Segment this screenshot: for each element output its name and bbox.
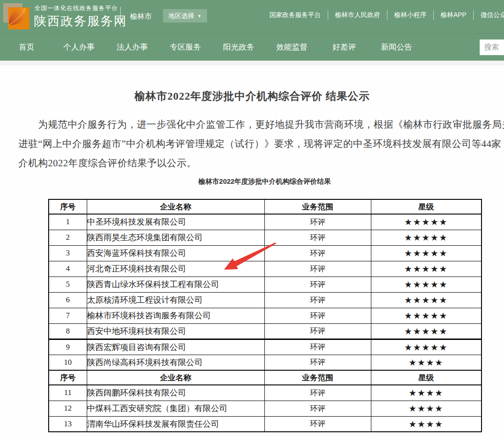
cell-stars: ★★★★★ xyxy=(371,292,482,308)
top-link[interactable]: 榆林小程序 xyxy=(387,10,434,20)
cell-scope: 环评 xyxy=(264,385,371,401)
cell-no: 2 xyxy=(49,230,87,245)
table-row: 3西安海蓝环保科技有限公司环评★★★★★ xyxy=(49,245,482,261)
paragraph-line: 介机构2022年度综合评价结果予以公示。 xyxy=(18,153,504,173)
paragraph-line: 进驻“网上中介服务超市”中介机构考评管理规定（试行）》要求，现将评定的中圣环境科… xyxy=(18,134,504,153)
cell-scope: 环评 xyxy=(264,308,371,323)
column-header: 业务范围 xyxy=(264,199,371,214)
cell-no: 5 xyxy=(49,277,87,292)
table-row: 2陕西雨昊生态环境集团有限公司环评★★★★★ xyxy=(49,230,482,245)
table-row: 12中煤科工西安研究院（集团）有限公司环评★★★★ xyxy=(49,401,482,416)
cell-name: 陕西尚绿高科环境科技有限公司 xyxy=(87,355,264,370)
table-row: 5陕西青山绿水环保科技工程有限公司环评★★★★★ xyxy=(49,277,482,292)
cell-scope: 环评 xyxy=(264,323,371,339)
cell-scope: 环评 xyxy=(264,214,371,230)
top-link[interactable]: 榆林APP xyxy=(434,10,474,20)
cell-scope: 环评 xyxy=(264,401,371,416)
cell-stars: ★★★★★ xyxy=(371,230,482,245)
cell-name: 中圣环境科技发展有限公司 xyxy=(87,214,264,230)
cell-stars: ★★★★ xyxy=(371,385,482,401)
cell-stars: ★★★★ xyxy=(371,401,482,416)
table-caption: 榆林市2022年度涉批中介机构综合评价结果 xyxy=(48,177,481,186)
column-header: 业务范围 xyxy=(264,370,371,385)
current-city-label: 榆林市 xyxy=(130,12,152,22)
cell-name: 西安海蓝环保科技有限公司 xyxy=(87,245,264,261)
cell-name: 陕西青山绿水环保科技工程有限公司 xyxy=(87,277,264,292)
nav-item[interactable]: 个人办事 xyxy=(63,42,95,52)
nav-item[interactable]: 首页 xyxy=(12,42,41,52)
column-header: 星级 xyxy=(371,199,482,214)
cell-scope: 环评 xyxy=(264,261,371,277)
cell-no: 8 xyxy=(49,323,87,339)
nav-item[interactable]: 阳光政务 xyxy=(223,42,254,52)
table-row: 13渭南华山环保科技发展有限责任公司环评★★★★ xyxy=(49,416,482,432)
main-nav: 首页个人办事法人办事专区服务阳光政务效能监督好差评新闻公告 xyxy=(0,33,504,61)
nav-bottom-strip xyxy=(0,61,504,65)
search-input[interactable] xyxy=(480,40,504,55)
platform-label: 全国一体化在线政务服务平台 xyxy=(34,4,118,12)
column-header: 企业名称 xyxy=(87,370,264,385)
column-header: 序号 xyxy=(49,199,87,214)
cell-name: 陕西宏辉项目咨询有限公司 xyxy=(87,339,264,355)
site-name: 陕西政务服务网 xyxy=(34,13,127,29)
column-header: 序号 xyxy=(49,370,87,385)
cell-scope: 环评 xyxy=(264,339,371,355)
table-row: 4河北奇正环境科技有限公司环评★★★★★ xyxy=(49,261,482,277)
nav-item[interactable]: 效能监督 xyxy=(276,42,308,52)
cell-stars: ★★★★★ xyxy=(371,245,482,261)
top-link[interactable]: 榆林市人民政府 xyxy=(328,10,387,20)
cell-no: 7 xyxy=(49,308,87,323)
column-header: 星级 xyxy=(371,370,482,385)
table-row: 10陕西尚绿高科环境科技有限公司环评★★★★ xyxy=(49,355,482,370)
table-header-row: 序号企业名称业务范围星级 xyxy=(49,199,482,214)
cell-name: 河北奇正环境科技有限公司 xyxy=(87,261,264,277)
cell-scope: 环评 xyxy=(264,292,371,308)
table-row: 1中圣环境科技发展有限公司环评★★★★★ xyxy=(49,214,482,230)
table-row: 9陕西宏辉项目咨询有限公司环评★★★★★ xyxy=(49,339,482,355)
cell-scope: 环评 xyxy=(264,355,371,370)
nav-item[interactable]: 好差评 xyxy=(330,42,359,52)
cell-no: 10 xyxy=(49,355,87,370)
header-divider xyxy=(120,7,121,27)
cell-no: 4 xyxy=(49,261,87,277)
cell-name: 榆林市环境科技咨询服务有限公司 xyxy=(87,308,264,323)
cell-no: 9 xyxy=(49,339,87,355)
cell-stars: ★★★★★ xyxy=(371,323,482,339)
cell-scope: 环评 xyxy=(264,277,371,292)
cell-scope: 环评 xyxy=(264,416,371,432)
cell-name: 中煤科工西安研究院（集团）有限公司 xyxy=(87,401,264,416)
cell-stars: ★★★★★ xyxy=(371,277,482,292)
cell-stars: ★★★★★ xyxy=(371,214,482,230)
nav-item[interactable]: 专区服务 xyxy=(170,42,201,52)
cell-name: 陕西阔鹏环保科技有限公司 xyxy=(87,385,264,401)
cell-no: 13 xyxy=(49,416,87,432)
evaluation-results-table: 序号企业名称业务范围星级1中圣环境科技发展有限公司环评★★★★★2陕西雨昊生态环… xyxy=(48,199,482,432)
site-logo-icon[interactable] xyxy=(3,3,29,30)
table-row: 11陕西阔鹏环保科技有限公司环评★★★★ xyxy=(49,385,482,401)
page-title: 榆林市2022年度涉批中介机构综合评价 结果公示 xyxy=(0,89,504,103)
top-link[interactable]: 微信公众号 xyxy=(474,10,504,20)
table-row: 6太原核清环境工程设计有限公司环评★★★★★ xyxy=(49,292,482,308)
column-header: 企业名称 xyxy=(87,199,264,214)
region-selector-button[interactable]: 地区选择 ▼ xyxy=(163,9,207,23)
nav-item[interactable]: 法人办事 xyxy=(117,42,148,52)
cell-stars: ★★★★ xyxy=(371,355,482,370)
cell-stars: ★★★★★ xyxy=(371,261,482,277)
cell-name: 西安中地环境科技有限公司 xyxy=(87,323,264,339)
top-link[interactable]: 国家政务服务平台 xyxy=(263,10,328,20)
page: 全国一体化在线政务服务平台 陕西政务服务网 榆林市 地区选择 ▼ 国家政务服务平… xyxy=(0,0,504,435)
announcement-paragraph: 为规范中介服务行为，进一步强化中介监管工作，更好地提升我市营商环境，根据《榆林市… xyxy=(18,115,504,173)
cell-name: 渭南华山环保科技发展有限责任公司 xyxy=(87,416,264,432)
cell-no: 11 xyxy=(49,385,87,401)
cell-no: 12 xyxy=(49,401,87,416)
region-selector-label: 地区选择 xyxy=(168,12,194,20)
cell-name: 太原核清环境工程设计有限公司 xyxy=(87,292,264,308)
table-row: 8西安中地环境科技有限公司环评★★★★★ xyxy=(49,323,482,339)
cell-no: 3 xyxy=(49,245,87,261)
search-box[interactable] xyxy=(480,40,504,55)
chevron-down-icon: ▼ xyxy=(197,14,202,18)
nav-item[interactable]: 新闻公告 xyxy=(381,42,412,52)
cell-name: 陕西雨昊生态环境集团有限公司 xyxy=(87,230,264,245)
announcement-article: 榆林市2022年度涉批中介机构综合评价 结果公示 为规范中介服务行为，进一步强化… xyxy=(0,65,504,435)
cell-no: 6 xyxy=(49,292,87,308)
